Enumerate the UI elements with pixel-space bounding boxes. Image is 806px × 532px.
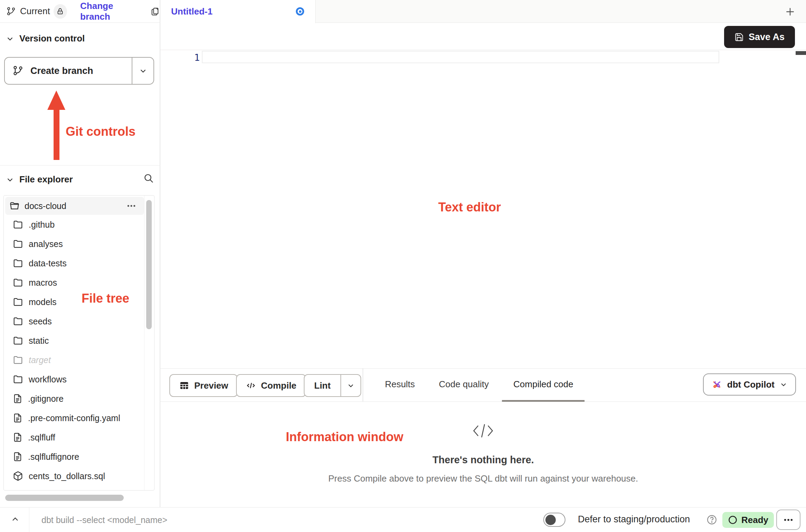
collapse-panel-button[interactable]	[10, 514, 20, 524]
file-icon	[13, 413, 22, 423]
file-name: cents_to_dollars.sql	[29, 471, 105, 481]
annotation-information-window: Information window	[286, 430, 403, 444]
chevron-down-icon	[139, 66, 148, 75]
file-name: macros	[29, 278, 57, 288]
folder-icon	[13, 374, 23, 384]
chevron-down-icon	[6, 34, 15, 43]
file-tree-item[interactable]: .pre-commit-config.yaml	[4, 408, 145, 428]
information-pane: Preview Compile Lint Results Code qualit…	[160, 368, 806, 507]
pane-tab[interactable]: Results	[374, 369, 427, 402]
version-control-title: Version control	[19, 33, 85, 44]
editor-toolbar: Save As	[160, 23, 806, 50]
code-brackets-icon	[472, 423, 494, 438]
file-name: .sqlfluff	[28, 433, 55, 443]
file-tree-item[interactable]: .sqlfluffignore	[4, 447, 145, 466]
horizontal-scrollbar-thumb[interactable]	[5, 495, 124, 501]
editor-tab-bar: Untitled-1	[160, 0, 806, 23]
file-tree-item[interactable]: macros	[4, 273, 145, 292]
folder-icon	[13, 277, 23, 288]
create-branch-dropdown[interactable]	[132, 58, 153, 84]
section-divider	[0, 165, 160, 165]
file-tree-item[interactable]: .gitignore	[4, 389, 145, 408]
file-name: analyses	[29, 239, 63, 249]
file-tree-item[interactable]: static	[4, 331, 145, 350]
tab-label: Untitled-1	[171, 6, 213, 17]
file-tree-scrollbar-track[interactable]	[144, 196, 154, 490]
copilot-icon	[711, 379, 722, 390]
dbt-copilot-button[interactable]: dbt Copilot	[703, 373, 796, 396]
file-tree-scrollbar-thumb[interactable]	[146, 200, 152, 329]
new-tab-button[interactable]	[784, 6, 796, 18]
command-input[interactable]	[41, 510, 304, 530]
file-tree-item[interactable]: workflows	[4, 370, 145, 389]
annotation-file-tree: File tree	[82, 291, 129, 306]
more-actions-button[interactable]	[776, 510, 800, 530]
file-tree-item[interactable]: analyses	[4, 234, 145, 254]
branch-header: Current Change branch	[0, 0, 160, 23]
annotation-git-controls: Git controls	[66, 124, 135, 139]
version-control-header[interactable]: Version control	[6, 33, 85, 44]
file-icon	[13, 433, 22, 442]
save-as-button[interactable]: Save As	[724, 26, 795, 48]
file-name: .sqlfluffignore	[28, 452, 79, 462]
pane-tab[interactable]: Compiled code	[502, 369, 584, 402]
pane-toolbar: Preview Compile Lint Results Code qualit…	[160, 369, 806, 402]
file-tree-item[interactable]: .sqlfluff	[4, 428, 145, 447]
file-name: models	[29, 297, 57, 307]
dbt-cloud-ide: Current Change branch Untitled-1 Save As…	[0, 0, 806, 532]
pane-tab-label: Code quality	[439, 379, 489, 390]
model-cube-icon	[13, 471, 23, 481]
pane-tab[interactable]: Code quality	[428, 369, 500, 402]
file-icon	[13, 452, 22, 462]
branch-lock-chip	[54, 4, 67, 19]
create-branch-button[interactable]: Create branch	[4, 57, 154, 85]
copy-branch-icon[interactable]	[150, 6, 160, 17]
file-tree-item[interactable]: .github	[4, 215, 145, 234]
copilot-label: dbt Copilot	[727, 379, 775, 390]
empty-state-title: There's nothing here.	[328, 454, 638, 466]
folder-icon	[13, 258, 23, 268]
sidebar-border	[160, 0, 160, 507]
chevron-up-icon	[10, 514, 20, 524]
chevron-down-icon	[6, 175, 15, 184]
file-name: static	[29, 336, 49, 346]
folder-icon	[13, 316, 23, 326]
file-search-button[interactable]	[143, 173, 154, 184]
save-as-label: Save As	[749, 32, 785, 42]
help-icon[interactable]	[706, 514, 717, 525]
chevron-down-icon	[779, 380, 788, 389]
lock-icon	[56, 8, 64, 15]
tab-untitled-1[interactable]: Untitled-1	[160, 0, 316, 23]
create-branch-main[interactable]: Create branch	[5, 58, 132, 84]
more-options-icon[interactable]	[126, 201, 137, 211]
defer-toggle[interactable]	[543, 513, 565, 527]
annotation-arrow-shaft	[54, 108, 59, 160]
status-circle-icon	[728, 515, 738, 525]
unsaved-changes-dot-icon	[296, 7, 304, 16]
pane-tab-label: Compiled code	[513, 379, 573, 390]
save-icon	[734, 32, 744, 42]
folder-icon	[13, 219, 23, 230]
file-tree-root[interactable]: docs-cloud	[5, 197, 144, 215]
file-name: seeds	[29, 316, 52, 326]
file-tree-item[interactable]: target	[4, 350, 145, 370]
file-explorer-header[interactable]: File explorer	[6, 174, 73, 185]
editor-scrollbar-thumb[interactable]	[796, 51, 806, 55]
search-icon	[143, 173, 154, 184]
file-tree-item[interactable]: cents_to_dollars.sql	[4, 466, 145, 486]
create-branch-label: Create branch	[30, 66, 93, 76]
file-name: .gitignore	[28, 394, 64, 404]
status-badge: Ready	[722, 512, 774, 528]
toggle-knob	[545, 515, 556, 525]
active-line-highlight[interactable]	[202, 51, 719, 63]
file-tree-item[interactable]: data-tests	[4, 254, 145, 273]
defer-label: Defer to staging/production	[578, 514, 690, 525]
change-branch-link[interactable]: Change branch	[80, 1, 141, 22]
file-name: target	[29, 355, 51, 365]
file-tree-item[interactable]: seeds	[4, 312, 145, 331]
git-branch-icon	[12, 65, 24, 76]
current-branch-label: Current	[20, 6, 50, 17]
line-number: 1	[189, 52, 200, 63]
folder-open-icon	[9, 201, 20, 211]
file-tree-panel: docs-cloud .github analyses	[3, 195, 154, 491]
